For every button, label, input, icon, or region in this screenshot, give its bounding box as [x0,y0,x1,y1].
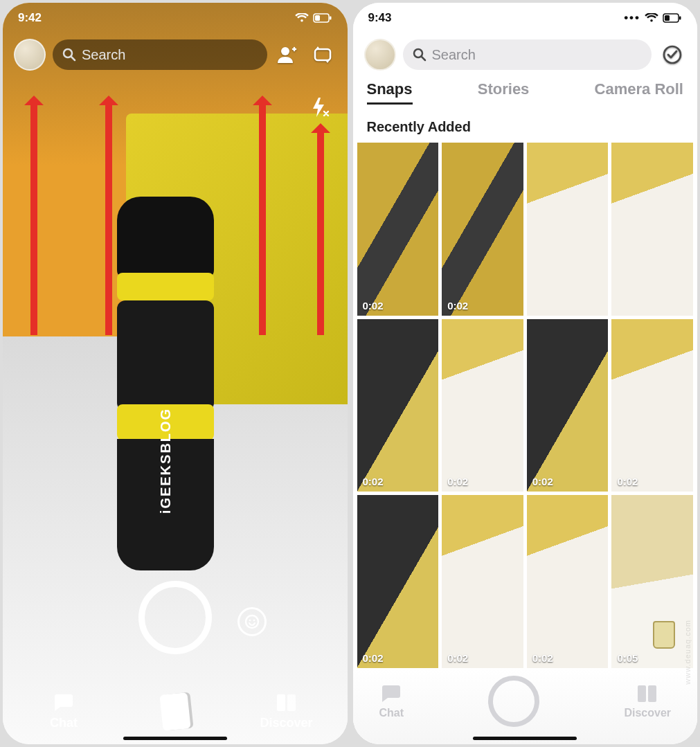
nav-chat[interactable]: Chat [29,692,98,730]
more-icon: ••• [624,11,640,25]
search-icon [413,48,427,62]
svg-point-7 [246,615,258,628]
memories-grid: 0:020:020:020:020:020:020:020:020:020:05 [357,143,694,668]
svg-point-5 [281,47,289,55]
top-toolbar: Search [353,39,698,71]
bottom-dock: Chat Discover [353,668,698,744]
memories-tile[interactable]: 0:02 [611,319,693,492]
memories-tile[interactable] [527,143,609,316]
discover-icon [275,692,298,713]
svg-line-4 [71,57,75,60]
camera-screen: iGEEKSBLOG 9:42 Search [3,3,348,744]
status-time: 9:43 [368,11,392,25]
memories-tile[interactable]: 0:02 [357,495,439,668]
discover-icon [636,683,659,704]
top-toolbar: Search [3,39,348,71]
search-input[interactable]: Search [403,39,652,70]
watermark: www.deuaq.com [683,620,692,685]
annotation-arrow [105,100,112,335]
svg-point-8 [249,620,251,622]
memories-tile[interactable]: 0:02 [442,319,523,492]
nav-memories[interactable] [141,692,210,730]
nav-chat[interactable]: Chat [379,683,404,719]
search-placeholder: Search [82,47,125,63]
memories-tile[interactable] [611,143,693,316]
bottle-label: iGEEKSBLOG [157,408,173,514]
add-friend-button[interactable] [274,45,302,64]
memories-tabs: Snaps Stories Camera Roll [353,80,698,105]
svg-rect-2 [330,17,332,20]
flip-camera-button[interactable] [309,44,336,65]
memories-tile[interactable]: 0:02 [442,495,523,668]
capture-button[interactable] [138,581,212,654]
memories-tile[interactable]: 0:02 [442,143,523,316]
status-time: 9:42 [18,11,42,25]
svg-rect-14 [679,17,681,20]
wifi-icon [645,13,658,23]
memories-tile[interactable]: 0:02 [527,319,609,492]
search-icon [62,48,76,62]
tab-stories[interactable]: Stories [478,80,530,105]
tab-camera-roll[interactable]: Camera Roll [595,80,683,105]
tile-duration: 0:02 [447,476,468,487]
memories-screen: 9:43 ••• Search Snaps Stories Camera Rol… [353,3,698,744]
status-bar: 9:42 [3,3,348,33]
svg-rect-13 [665,15,670,21]
tile-duration: 0:02 [617,476,638,487]
battery-icon [663,13,682,23]
profile-avatar[interactable] [364,39,396,71]
memories-tile[interactable]: 0:05 [611,495,693,668]
tile-duration: 0:02 [447,300,468,312]
chat-icon [52,692,75,713]
home-indicator [473,737,577,740]
smiley-icon [244,614,260,629]
chat-icon [379,683,403,704]
svg-rect-19 [648,685,656,702]
nav-chat-label: Chat [379,707,404,719]
memories-tile[interactable]: 0:02 [357,319,439,492]
nav-discover-label: Discover [624,707,671,719]
capture-button[interactable] [488,676,539,727]
tab-snaps[interactable]: Snaps [367,80,413,105]
section-title: Recently Added [367,119,471,135]
nav-discover[interactable]: Discover [624,683,671,719]
svg-rect-11 [287,694,296,711]
flash-toggle[interactable] [309,96,331,121]
svg-rect-1 [315,15,320,21]
memories-tile[interactable]: 0:02 [357,143,439,316]
tile-duration: 0:02 [532,476,553,487]
search-placeholder: Search [432,47,476,63]
tile-duration: 0:05 [617,652,638,664]
svg-point-9 [253,620,255,622]
annotation-arrow [30,100,37,335]
annotation-arrow [259,100,266,335]
search-input[interactable]: Search [53,39,267,70]
bottom-nav: Chat Discover [3,692,348,730]
svg-rect-10 [277,694,285,711]
profile-avatar[interactable] [14,39,46,71]
battery-icon [313,13,332,23]
select-button[interactable] [658,44,686,66]
home-indicator [123,737,227,740]
svg-line-16 [422,57,425,60]
status-bar: 9:43 ••• [353,3,698,33]
bottle-illustration: iGEEKSBLOG [117,197,214,570]
annotation-arrow [317,127,324,335]
nav-discover[interactable]: Discover [252,692,321,730]
svg-rect-18 [638,685,646,702]
svg-rect-6 [315,49,330,60]
nav-chat-label: Chat [50,716,78,730]
tile-duration: 0:02 [363,300,384,312]
wifi-icon [295,13,309,23]
lenses-button[interactable] [237,607,267,636]
memories-tile[interactable]: 0:02 [527,495,609,668]
tile-duration: 0:02 [447,652,468,664]
tile-duration: 0:02 [363,652,384,664]
tile-duration: 0:02 [363,476,384,487]
tile-duration: 0:02 [532,652,553,664]
checkmark-circle-icon [661,44,683,66]
nav-discover-label: Discover [260,716,312,730]
memories-icon [159,692,190,731]
